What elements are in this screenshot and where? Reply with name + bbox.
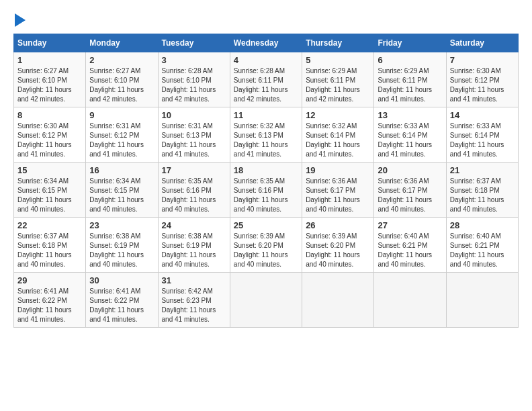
daylight-label: Daylight: 11 hours and 41 minutes. [17, 141, 72, 158]
day-info: Sunrise: 6:36 AM Sunset: 6:17 PM Dayligh… [378, 177, 442, 214]
day-info: Sunrise: 6:39 AM Sunset: 6:20 PM Dayligh… [306, 232, 370, 269]
sunset-text: Sunset: 6:17 PM [378, 187, 427, 194]
calendar-cell: 22 Sunrise: 6:37 AM Sunset: 6:18 PM Dayl… [14, 218, 86, 273]
sunset-text: Sunset: 6:12 PM [17, 132, 67, 139]
calendar-body: 1 Sunrise: 6:27 AM Sunset: 6:10 PM Dayli… [14, 52, 519, 328]
calendar-cell: 25 Sunrise: 6:39 AM Sunset: 6:20 PM Dayl… [230, 218, 302, 273]
calendar-cell: 7 Sunrise: 6:30 AM Sunset: 6:12 PM Dayli… [446, 52, 518, 107]
sunset-text: Sunset: 6:14 PM [450, 132, 500, 139]
calendar-week-row: 29 Sunrise: 6:41 AM Sunset: 6:22 PM Dayl… [14, 273, 519, 328]
weekday-header: Saturday [446, 34, 518, 52]
calendar-cell: 4 Sunrise: 6:28 AM Sunset: 6:11 PM Dayli… [230, 52, 302, 107]
daylight-label: Daylight: 11 hours and 41 minutes. [89, 306, 144, 323]
day-number: 20 [378, 165, 442, 175]
daylight-label: Daylight: 11 hours and 42 minutes. [162, 86, 216, 103]
sunset-text: Sunset: 6:14 PM [378, 132, 427, 139]
weekday-header: Thursday [302, 34, 374, 52]
day-number: 8 [17, 110, 82, 120]
sunset-text: Sunset: 6:20 PM [306, 242, 355, 249]
sunrise-text: Sunrise: 6:32 AM [306, 122, 357, 130]
sunrise-text: Sunrise: 6:42 AM [162, 287, 213, 295]
sunset-text: Sunset: 6:15 PM [89, 187, 139, 194]
calendar-cell: 12 Sunrise: 6:32 AM Sunset: 6:14 PM Dayl… [302, 107, 374, 163]
calendar-cell: 6 Sunrise: 6:29 AM Sunset: 6:11 PM Dayli… [374, 52, 446, 107]
daylight-label: Daylight: 11 hours and 41 minutes. [234, 141, 288, 158]
day-number: 13 [378, 110, 442, 120]
daylight-label: Daylight: 11 hours and 40 minutes. [306, 251, 360, 268]
day-info: Sunrise: 6:31 AM Sunset: 6:12 PM Dayligh… [89, 122, 154, 159]
daylight-label: Daylight: 11 hours and 41 minutes. [378, 141, 432, 158]
calendar-cell: 20 Sunrise: 6:36 AM Sunset: 6:17 PM Dayl… [374, 163, 446, 218]
calendar-cell: 26 Sunrise: 6:39 AM Sunset: 6:20 PM Dayl… [302, 218, 374, 273]
day-number: 5 [306, 55, 370, 65]
sunrise-text: Sunrise: 6:36 AM [378, 177, 429, 185]
day-info: Sunrise: 6:41 AM Sunset: 6:22 PM Dayligh… [89, 287, 154, 324]
calendar-table: SundayMondayTuesdayWednesdayThursdayFrid… [13, 34, 519, 328]
day-info: Sunrise: 6:41 AM Sunset: 6:22 PM Dayligh… [17, 287, 82, 324]
daylight-label: Daylight: 11 hours and 40 minutes. [162, 251, 216, 268]
day-info: Sunrise: 6:28 AM Sunset: 6:10 PM Dayligh… [162, 66, 226, 104]
sunrise-text: Sunrise: 6:33 AM [450, 122, 501, 130]
daylight-label: Daylight: 11 hours and 40 minutes. [162, 196, 216, 213]
day-number: 18 [234, 165, 298, 175]
sunrise-text: Sunrise: 6:34 AM [89, 177, 140, 185]
day-number: 14 [450, 110, 515, 120]
daylight-label: Daylight: 11 hours and 41 minutes. [17, 306, 72, 323]
daylight-label: Daylight: 11 hours and 40 minutes. [17, 251, 72, 268]
calendar-week-row: 15 Sunrise: 6:34 AM Sunset: 6:15 PM Dayl… [14, 163, 519, 218]
sunset-text: Sunset: 6:22 PM [17, 297, 67, 304]
day-number: 29 [17, 275, 82, 285]
sunrise-text: Sunrise: 6:32 AM [234, 122, 285, 130]
calendar-cell: 27 Sunrise: 6:40 AM Sunset: 6:21 PM Dayl… [374, 218, 446, 273]
weekday-header: Friday [374, 34, 446, 52]
day-info: Sunrise: 6:32 AM Sunset: 6:13 PM Dayligh… [234, 122, 298, 159]
sunset-text: Sunset: 6:12 PM [89, 132, 139, 139]
daylight-label: Daylight: 11 hours and 40 minutes. [17, 196, 72, 213]
day-info: Sunrise: 6:28 AM Sunset: 6:11 PM Dayligh… [234, 66, 298, 104]
sunset-text: Sunset: 6:16 PM [234, 187, 283, 194]
sunrise-text: Sunrise: 6:41 AM [17, 287, 69, 295]
daylight-label: Daylight: 11 hours and 42 minutes. [234, 86, 288, 103]
calendar-cell: 2 Sunrise: 6:27 AM Sunset: 6:10 PM Dayli… [86, 52, 158, 107]
day-number: 27 [378, 220, 442, 230]
calendar-cell: 23 Sunrise: 6:38 AM Sunset: 6:19 PM Dayl… [86, 218, 158, 273]
sunrise-text: Sunrise: 6:29 AM [306, 67, 357, 75]
calendar-cell: 16 Sunrise: 6:34 AM Sunset: 6:15 PM Dayl… [86, 163, 158, 218]
weekday-header: Monday [86, 34, 158, 52]
day-number: 1 [17, 55, 82, 65]
day-number: 6 [378, 55, 442, 65]
daylight-label: Daylight: 11 hours and 40 minutes. [450, 196, 504, 213]
day-number: 11 [234, 110, 298, 120]
daylight-label: Daylight: 11 hours and 42 minutes. [17, 86, 72, 103]
sunrise-text: Sunrise: 6:31 AM [89, 122, 140, 130]
calendar-cell: 19 Sunrise: 6:36 AM Sunset: 6:17 PM Dayl… [302, 163, 374, 218]
logo [13, 13, 26, 27]
daylight-label: Daylight: 11 hours and 41 minutes. [162, 141, 216, 158]
sunset-text: Sunset: 6:18 PM [450, 187, 500, 194]
day-number: 9 [89, 110, 154, 120]
day-info: Sunrise: 6:35 AM Sunset: 6:16 PM Dayligh… [234, 177, 298, 214]
sunrise-text: Sunrise: 6:29 AM [378, 67, 429, 75]
calendar-cell [374, 273, 446, 328]
calendar-week-row: 8 Sunrise: 6:30 AM Sunset: 6:12 PM Dayli… [14, 107, 519, 163]
sunrise-text: Sunrise: 6:34 AM [17, 177, 69, 185]
sunrise-text: Sunrise: 6:30 AM [450, 67, 501, 75]
day-info: Sunrise: 6:27 AM Sunset: 6:10 PM Dayligh… [17, 66, 82, 104]
sunset-text: Sunset: 6:19 PM [89, 242, 139, 249]
sunrise-text: Sunrise: 6:36 AM [306, 177, 357, 185]
sunset-text: Sunset: 6:11 PM [306, 77, 355, 84]
sunrise-text: Sunrise: 6:35 AM [162, 177, 213, 185]
sunrise-text: Sunrise: 6:33 AM [378, 122, 429, 130]
day-number: 24 [162, 220, 226, 230]
sunset-text: Sunset: 6:20 PM [234, 242, 283, 249]
day-info: Sunrise: 6:29 AM Sunset: 6:11 PM Dayligh… [378, 66, 442, 104]
sunset-text: Sunset: 6:22 PM [89, 297, 139, 304]
sunset-text: Sunset: 6:11 PM [378, 77, 427, 84]
sunrise-text: Sunrise: 6:37 AM [17, 232, 69, 240]
daylight-label: Daylight: 11 hours and 40 minutes. [378, 251, 432, 268]
day-number: 28 [450, 220, 515, 230]
day-info: Sunrise: 6:36 AM Sunset: 6:17 PM Dayligh… [306, 177, 370, 214]
weekday-header: Sunday [14, 34, 86, 52]
sunset-text: Sunset: 6:10 PM [17, 77, 67, 84]
day-info: Sunrise: 6:33 AM Sunset: 6:14 PM Dayligh… [378, 122, 442, 159]
